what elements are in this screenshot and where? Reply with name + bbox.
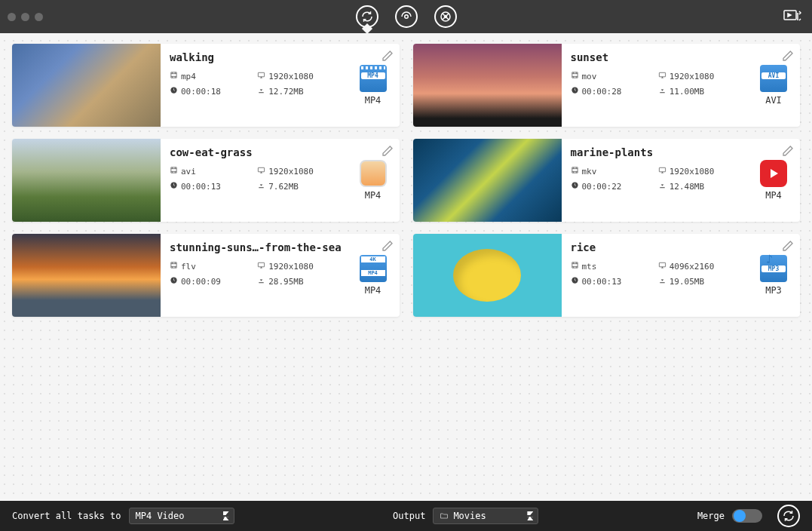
svg-rect-4 — [259, 72, 265, 77]
size-cell: 11.00MB — [658, 86, 743, 97]
size-cell: 7.62MB — [257, 181, 342, 192]
min-dot[interactable] — [21, 13, 29, 21]
resolution-cell: 1920x1080 — [658, 71, 743, 81]
download-icon — [658, 276, 666, 287]
task-card[interactable]: walkingmp41920x108000:00:1812.72MBMP4 — [12, 44, 400, 127]
task-card[interactable]: sunsetmov1920x108000:00:2811.00MBAVI — [413, 44, 801, 127]
size-cell: 12.48MB — [658, 181, 743, 192]
video-thumbnail — [413, 44, 562, 127]
output-label: AVI — [765, 95, 782, 106]
convert-format-select[interactable]: MP4 Video — [129, 508, 234, 524]
close-dot[interactable] — [8, 13, 16, 21]
task-card[interactable]: ricemts4096x216000:00:1319.05MBMP3 — [413, 234, 801, 317]
svg-point-2 — [444, 16, 446, 18]
task-title: walking — [170, 51, 342, 63]
format-icon — [360, 65, 387, 92]
edit-button[interactable] — [782, 240, 794, 254]
format-cell: mov — [571, 71, 655, 81]
clock-icon — [571, 276, 579, 287]
film-icon — [170, 261, 178, 272]
top-mode-icons — [356, 5, 457, 28]
clock-icon — [571, 86, 579, 97]
size-cell: 19.05MB — [658, 276, 743, 287]
library-icon[interactable] — [783, 8, 801, 26]
task-title: marine-plants — [571, 146, 743, 158]
format-cell: avi — [170, 166, 254, 176]
monitor-icon — [257, 261, 265, 272]
download-icon — [658, 181, 666, 192]
size-cell: 28.95MB — [257, 276, 342, 287]
output-label: Output — [393, 511, 425, 521]
edit-button[interactable] — [381, 145, 394, 159]
media-mode-icon[interactable] — [434, 5, 457, 28]
size-cell: 12.72MB — [257, 86, 342, 97]
monitor-icon — [257, 166, 265, 176]
format-icon — [760, 65, 787, 92]
film-icon — [571, 71, 579, 81]
format-cell: flv — [170, 261, 254, 272]
task-info: cow-eat-grassavi1920x108000:00:137.62MB — [161, 139, 351, 222]
duration-cell: 00:00:09 — [170, 276, 254, 287]
svg-rect-6 — [659, 72, 665, 77]
download-mode-icon[interactable] — [395, 5, 418, 28]
output-label: MP3 — [765, 285, 782, 296]
merge-label: Merge — [697, 511, 725, 521]
resolution-cell: 1920x1080 — [257, 71, 342, 81]
svg-rect-10 — [659, 167, 665, 172]
video-thumbnail — [12, 234, 161, 317]
window-controls — [8, 13, 43, 21]
task-card[interactable]: marine-plantsmkv1920x108000:00:2212.48MB… — [413, 139, 801, 222]
output-label: MP4 — [365, 285, 381, 296]
download-icon — [257, 276, 265, 287]
output-folder-select[interactable]: Movies — [433, 508, 538, 524]
format-cell: mp4 — [170, 71, 254, 81]
task-info: stunning-suns…-from-the-seaflv1920x10800… — [161, 234, 351, 317]
svg-point-0 — [404, 15, 408, 19]
task-info: marine-plantsmkv1920x108000:00:2212.48MB — [562, 139, 752, 222]
download-icon — [257, 86, 265, 97]
task-title: stunning-suns…-from-the-sea — [170, 241, 342, 253]
clock-icon — [170, 181, 178, 192]
task-title: sunset — [571, 51, 743, 63]
task-info: ricemts4096x216000:00:1319.05MB — [562, 234, 752, 317]
duration-cell: 00:00:13 — [170, 181, 254, 192]
format-cell: mts — [571, 261, 655, 272]
video-thumbnail — [12, 139, 161, 222]
output-label: MP4 — [765, 190, 782, 201]
task-title: cow-eat-grass — [170, 146, 342, 158]
duration-cell: 00:00:28 — [571, 86, 655, 97]
task-info: sunsetmov1920x108000:00:2811.00MB — [562, 44, 752, 127]
task-card[interactable]: stunning-suns…-from-the-seaflv1920x10800… — [12, 234, 400, 317]
run-button[interactable] — [777, 505, 800, 527]
format-icon — [360, 255, 387, 282]
footer: Convert all tasks to MP4 Video Output Mo… — [0, 501, 812, 531]
output-label: MP4 — [365, 190, 381, 201]
monitor-icon — [658, 71, 666, 81]
video-thumbnail — [413, 139, 562, 222]
duration-cell: 00:00:22 — [571, 181, 655, 192]
monitor-icon — [257, 71, 265, 81]
film-icon — [170, 71, 178, 81]
svg-rect-14 — [659, 262, 665, 267]
titlebar — [0, 0, 812, 33]
edit-button[interactable] — [381, 240, 394, 254]
edit-button[interactable] — [782, 50, 794, 64]
max-dot[interactable] — [35, 13, 43, 21]
video-thumbnail — [413, 234, 562, 317]
edit-button[interactable] — [381, 50, 394, 64]
resolution-cell: 1920x1080 — [257, 166, 342, 176]
resolution-cell: 1920x1080 — [257, 261, 342, 272]
clock-icon — [170, 86, 178, 97]
convert-mode-icon[interactable] — [356, 5, 378, 28]
film-icon — [571, 261, 579, 272]
task-card[interactable]: cow-eat-grassavi1920x108000:00:137.62MBM… — [12, 139, 400, 222]
duration-cell: 00:00:13 — [571, 276, 655, 287]
edit-button[interactable] — [782, 145, 794, 159]
task-info: walkingmp41920x108000:00:1812.72MB — [161, 44, 351, 127]
resolution-cell: 1920x1080 — [658, 166, 743, 176]
format-icon — [760, 160, 787, 187]
film-icon — [571, 166, 579, 176]
task-grid: walkingmp41920x108000:00:1812.72MBMP4sun… — [0, 33, 812, 327]
svg-rect-12 — [259, 262, 265, 267]
merge-toggle[interactable] — [732, 509, 762, 523]
